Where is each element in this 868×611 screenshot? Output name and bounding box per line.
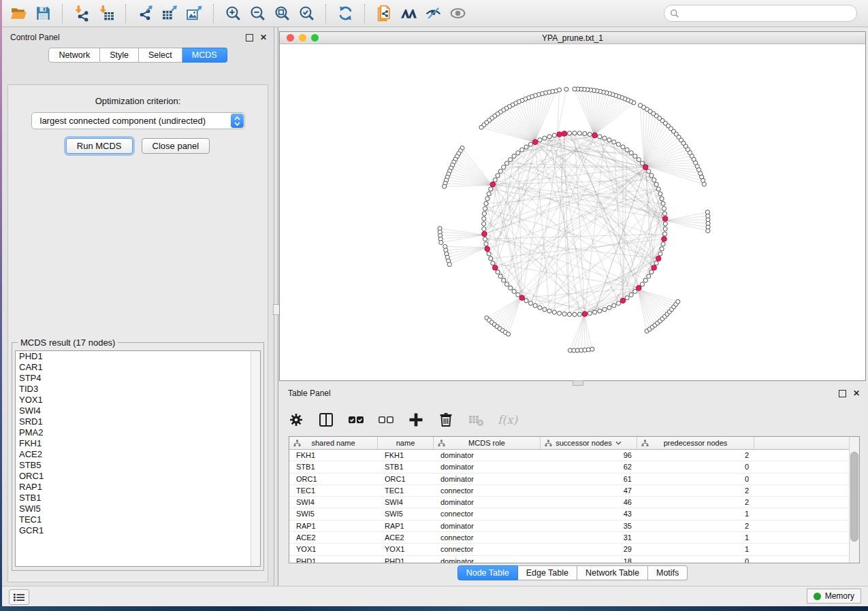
table-row[interactable]: STB1STB1dominator620 [289, 461, 859, 473]
mcds-result-item[interactable]: SRD1 [16, 416, 260, 427]
column-header-successor_nodes[interactable]: successor nodes [541, 437, 637, 449]
float-panel-icon[interactable] [246, 34, 253, 42]
column-header-shared_name[interactable]: shared name [289, 437, 378, 449]
close-panel-icon[interactable] [260, 33, 267, 42]
close-panel-button[interactable]: Close panel [142, 138, 210, 154]
table-toolbar: f(x) [288, 406, 517, 433]
table-row[interactable]: ORC1ORC1dominator610 [289, 474, 859, 485]
optimization-criterion-label: Optimization criterion: [8, 96, 268, 106]
criterion-dropdown[interactable]: largest connected component (undirected) [31, 112, 245, 129]
cell-successor_nodes: 96 [541, 450, 637, 461]
delete-row-icon[interactable] [438, 412, 454, 428]
column-label: predecessor nodes [664, 439, 728, 447]
global-search [664, 5, 857, 22]
network-window-title: YPA_prune.txt_1 [280, 32, 865, 44]
float-panel-icon[interactable] [839, 390, 846, 397]
import-network-icon[interactable] [69, 2, 94, 25]
select-all-icon[interactable] [348, 412, 364, 428]
mcds-result-item[interactable]: ORC1 [16, 471, 260, 482]
table-row[interactable]: RAP1RAP1dominator352 [289, 521, 859, 532]
column-header-mcds_role[interactable]: MCDS role [434, 437, 541, 449]
mcds-result-item[interactable]: RAP1 [16, 482, 260, 493]
show-column-icon[interactable] [318, 412, 334, 428]
tab-style[interactable]: Style [100, 48, 139, 63]
mcds-result-items: PHD1CAR1STP4TID3YOX1SWI4SRD1PMA2FKH1ACE2… [16, 351, 260, 536]
mcds-result-item[interactable]: STB1 [16, 493, 260, 503]
mcds-result-item[interactable]: FKH1 [16, 438, 260, 449]
zoom-out-icon[interactable] [245, 2, 270, 25]
zoom-in-icon[interactable] [221, 2, 245, 25]
mcds-result-item[interactable]: TEC1 [16, 514, 260, 525]
criterion-dropdown-value: largest connected component (undirected) [40, 113, 206, 129]
mcds-result-item[interactable]: STB5 [16, 460, 260, 471]
refresh-icon[interactable] [333, 2, 357, 25]
column-label: MCDS role [468, 439, 505, 447]
column-header-predecessor_nodes[interactable]: predecessor nodes [637, 437, 754, 449]
mcds-result-item[interactable]: TID3 [16, 384, 260, 395]
table-scrollbar[interactable] [849, 437, 859, 563]
column-header-name[interactable]: name [378, 437, 434, 449]
mcds-result-item[interactable]: SWI4 [16, 406, 260, 416]
table-row[interactable]: TEC1TEC1connector472 [289, 485, 859, 497]
mcds-result-item[interactable]: ACE2 [16, 449, 260, 460]
deselect-all-icon[interactable] [378, 412, 394, 428]
tab-edge-table[interactable]: Edge Table [518, 565, 577, 580]
mcds-list-scrollbar[interactable] [251, 351, 260, 566]
scrollbar-thumb[interactable] [850, 452, 858, 542]
search-input[interactable] [679, 9, 856, 18]
delete-table-icon[interactable] [468, 412, 484, 428]
tab-mcds[interactable]: MCDS [182, 48, 227, 63]
node-table: shared namenameMCDS rolesuccessor nodesp… [289, 436, 860, 563]
control-panel-title: Control Panel [10, 33, 60, 42]
network-canvas[interactable] [280, 44, 865, 380]
run-mcds-button[interactable]: Run MCDS [66, 138, 133, 154]
tab-select[interactable]: Select [139, 48, 182, 63]
export-image-icon[interactable] [182, 2, 206, 25]
cell-successor_nodes: 61 [541, 474, 637, 484]
cell-predecessor_nodes: 2 [637, 485, 754, 496]
share-document-icon[interactable] [372, 2, 396, 25]
cell-name: RAP1 [378, 521, 434, 531]
open-file-icon[interactable] [6, 2, 31, 25]
toolbar-separator [325, 4, 326, 23]
function-builder-icon[interactable]: f(x) [498, 413, 517, 427]
search-network-icon[interactable] [396, 2, 421, 25]
save-session-icon[interactable] [31, 2, 55, 25]
mcds-result-item[interactable]: STP4 [16, 373, 260, 384]
zoom-selected-icon[interactable] [294, 2, 319, 25]
table-row[interactable]: YOX1YOX1connector291 [289, 544, 859, 555]
table-settings-icon[interactable] [288, 412, 304, 428]
cell-successor_nodes: 31 [541, 532, 637, 543]
mcds-result-item[interactable]: GCR1 [16, 525, 260, 536]
table-row[interactable]: FKH1FKH1dominator962 [289, 450, 859, 461]
hide-graphics-details-icon[interactable] [421, 2, 445, 25]
table-row[interactable]: SWI4SWI4dominator462 [289, 497, 859, 508]
cell-mcds_role: connector [434, 544, 541, 555]
table-row[interactable]: SWI5SWI5connector431 [289, 508, 859, 520]
tab-node-table[interactable]: Node Table [457, 565, 518, 580]
mcds-result-item[interactable]: PHD1 [16, 351, 260, 362]
task-history-button[interactable] [9, 589, 29, 605]
mcds-result-item[interactable]: YOX1 [16, 395, 260, 406]
cell-predecessor_nodes: 2 [637, 521, 754, 531]
mcds-result-item[interactable]: SWI5 [16, 503, 260, 514]
table-row[interactable]: ACE2ACE2connector311 [289, 532, 859, 544]
export-network-icon[interactable] [133, 2, 157, 25]
toolbar-separator [125, 4, 126, 23]
tab-network[interactable]: Network [48, 48, 100, 63]
close-panel-icon[interactable] [853, 389, 860, 397]
tab-motifs[interactable]: Motifs [648, 565, 688, 580]
cell-predecessor_nodes: 2 [637, 450, 754, 461]
zoom-fit-icon[interactable] [270, 2, 294, 25]
import-table-icon[interactable] [94, 2, 118, 25]
mcds-result-item[interactable]: CAR1 [16, 362, 260, 373]
mcds-result-item[interactable]: PMA2 [16, 427, 260, 438]
memory-button[interactable]: Memory [807, 589, 861, 604]
cell-name: ACE2 [378, 532, 434, 543]
export-table-icon[interactable] [157, 2, 182, 25]
table-row[interactable]: PHD1PHD1dominator180 [289, 556, 859, 563]
tab-network-table[interactable]: Network Table [577, 565, 648, 580]
add-row-icon[interactable] [408, 412, 424, 428]
show-graphics-details-icon[interactable] [445, 2, 470, 25]
desktop-wallpaper-bottom [0, 606, 868, 611]
